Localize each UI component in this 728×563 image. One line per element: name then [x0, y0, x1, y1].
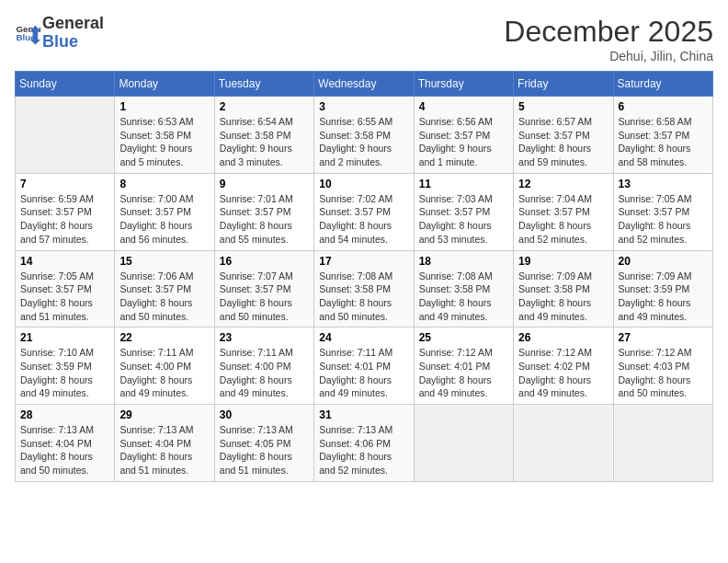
- calendar-cell: 31Sunrise: 7:13 AM Sunset: 4:06 PM Dayli…: [314, 405, 414, 482]
- calendar-cell: 19Sunrise: 7:09 AM Sunset: 3:58 PM Dayli…: [514, 250, 613, 327]
- calendar-week-1: 1Sunrise: 6:53 AM Sunset: 3:58 PM Daylig…: [16, 97, 713, 174]
- calendar-cell: 21Sunrise: 7:10 AM Sunset: 3:59 PM Dayli…: [16, 327, 115, 405]
- day-info: Sunrise: 6:54 AM Sunset: 3:58 PM Dayligh…: [220, 115, 309, 169]
- calendar-week-4: 21Sunrise: 7:10 AM Sunset: 3:59 PM Dayli…: [16, 327, 713, 405]
- calendar-cell: 6Sunrise: 6:58 AM Sunset: 3:57 PM Daylig…: [613, 97, 712, 174]
- day-number: 28: [20, 408, 109, 421]
- day-info: Sunrise: 7:11 AM Sunset: 4:00 PM Dayligh…: [119, 346, 209, 400]
- month-title: December 2025: [504, 15, 713, 49]
- calendar-cell: 15Sunrise: 7:06 AM Sunset: 3:57 PM Dayli…: [115, 250, 214, 327]
- day-number: 10: [319, 178, 408, 190]
- calendar-cell: 12Sunrise: 7:04 AM Sunset: 3:57 PM Dayli…: [514, 173, 613, 250]
- day-info: Sunrise: 7:01 AM Sunset: 3:57 PM Dayligh…: [220, 192, 309, 247]
- day-number: 22: [119, 331, 209, 344]
- logo-line1: General: [42, 15, 104, 33]
- day-number: 5: [518, 100, 608, 113]
- calendar-cell: 16Sunrise: 7:07 AM Sunset: 3:57 PM Dayli…: [214, 250, 313, 327]
- calendar-cell: 10Sunrise: 7:02 AM Sunset: 3:57 PM Dayli…: [314, 173, 414, 250]
- day-number: 1: [119, 100, 209, 113]
- calendar-cell: 4Sunrise: 6:56 AM Sunset: 3:57 PM Daylig…: [414, 97, 513, 174]
- day-number: 20: [619, 255, 708, 268]
- calendar-cell: 7Sunrise: 6:59 AM Sunset: 3:57 PM Daylig…: [16, 173, 115, 250]
- calendar-cell: 14Sunrise: 7:05 AM Sunset: 3:57 PM Dayli…: [16, 250, 115, 327]
- day-number: 7: [20, 178, 109, 190]
- calendar-week-2: 7Sunrise: 6:59 AM Sunset: 3:57 PM Daylig…: [16, 173, 713, 250]
- day-info: Sunrise: 7:13 AM Sunset: 4:05 PM Dayligh…: [220, 423, 309, 477]
- day-number: 2: [220, 100, 309, 113]
- weekday-header-monday: Monday: [115, 72, 214, 97]
- logo-text: General Blue: [42, 15, 104, 52]
- title-area: December 2025 Dehui, Jilin, China: [504, 15, 713, 63]
- calendar-cell: 26Sunrise: 7:12 AM Sunset: 4:02 PM Dayli…: [514, 327, 613, 405]
- calendar-cell: 9Sunrise: 7:01 AM Sunset: 3:57 PM Daylig…: [214, 173, 313, 250]
- day-info: Sunrise: 7:03 AM Sunset: 3:57 PM Dayligh…: [419, 192, 508, 247]
- day-info: Sunrise: 7:12 AM Sunset: 4:01 PM Dayligh…: [419, 346, 508, 400]
- calendar-cell: 20Sunrise: 7:09 AM Sunset: 3:59 PM Dayli…: [613, 250, 712, 327]
- day-number: 19: [518, 255, 608, 268]
- calendar-cell: 22Sunrise: 7:11 AM Sunset: 4:00 PM Dayli…: [115, 327, 214, 405]
- weekday-header-friday: Friday: [514, 72, 613, 97]
- calendar-cell: [514, 405, 613, 482]
- day-info: Sunrise: 7:11 AM Sunset: 4:01 PM Dayligh…: [319, 346, 408, 400]
- calendar-cell: 8Sunrise: 7:00 AM Sunset: 3:57 PM Daylig…: [115, 173, 214, 250]
- day-number: 18: [419, 255, 508, 268]
- calendar-week-5: 28Sunrise: 7:13 AM Sunset: 4:04 PM Dayli…: [16, 405, 713, 482]
- day-info: Sunrise: 6:56 AM Sunset: 3:57 PM Dayligh…: [419, 115, 508, 169]
- day-info: Sunrise: 6:59 AM Sunset: 3:57 PM Dayligh…: [20, 192, 109, 247]
- day-info: Sunrise: 7:13 AM Sunset: 4:04 PM Dayligh…: [119, 423, 209, 477]
- day-info: Sunrise: 7:04 AM Sunset: 3:57 PM Dayligh…: [518, 192, 608, 247]
- calendar-cell: 23Sunrise: 7:11 AM Sunset: 4:00 PM Dayli…: [214, 327, 313, 405]
- calendar-cell: [414, 405, 513, 482]
- day-number: 24: [319, 331, 408, 344]
- day-number: 6: [619, 100, 708, 113]
- day-info: Sunrise: 7:08 AM Sunset: 3:58 PM Dayligh…: [419, 270, 508, 324]
- day-info: Sunrise: 7:13 AM Sunset: 4:06 PM Dayligh…: [319, 423, 408, 477]
- day-number: 16: [220, 255, 309, 268]
- location-subtitle: Dehui, Jilin, China: [504, 49, 713, 63]
- day-number: 12: [518, 178, 608, 190]
- logo-line2: Blue: [42, 33, 104, 52]
- weekday-header-wednesday: Wednesday: [314, 72, 414, 97]
- logo-icon: General Blue: [15, 20, 40, 46]
- day-number: 9: [220, 178, 309, 190]
- day-info: Sunrise: 6:53 AM Sunset: 3:58 PM Dayligh…: [119, 115, 209, 169]
- calendar-cell: 5Sunrise: 6:57 AM Sunset: 3:57 PM Daylig…: [514, 97, 613, 174]
- day-info: Sunrise: 7:09 AM Sunset: 3:59 PM Dayligh…: [619, 270, 708, 324]
- calendar-cell: [613, 405, 712, 482]
- day-number: 3: [319, 100, 408, 113]
- weekday-header-row: SundayMondayTuesdayWednesdayThursdayFrid…: [16, 72, 713, 97]
- day-number: 13: [619, 178, 708, 190]
- weekday-header-saturday: Saturday: [613, 72, 712, 97]
- day-number: 30: [220, 408, 309, 421]
- day-info: Sunrise: 7:00 AM Sunset: 3:57 PM Dayligh…: [119, 192, 209, 247]
- day-info: Sunrise: 7:11 AM Sunset: 4:00 PM Dayligh…: [220, 346, 309, 400]
- day-number: 21: [20, 331, 109, 344]
- calendar-cell: 18Sunrise: 7:08 AM Sunset: 3:58 PM Dayli…: [414, 250, 513, 327]
- day-info: Sunrise: 7:12 AM Sunset: 4:02 PM Dayligh…: [518, 346, 608, 400]
- logo: General Blue General Blue: [15, 15, 104, 52]
- day-number: 23: [220, 331, 309, 344]
- calendar-cell: 2Sunrise: 6:54 AM Sunset: 3:58 PM Daylig…: [214, 97, 313, 174]
- calendar-cell: 28Sunrise: 7:13 AM Sunset: 4:04 PM Dayli…: [16, 405, 115, 482]
- calendar-cell: 17Sunrise: 7:08 AM Sunset: 3:58 PM Dayli…: [314, 250, 414, 327]
- calendar-cell: 24Sunrise: 7:11 AM Sunset: 4:01 PM Dayli…: [314, 327, 414, 405]
- calendar-cell: 29Sunrise: 7:13 AM Sunset: 4:04 PM Dayli…: [115, 405, 214, 482]
- page-header: General Blue General Blue December 2025 …: [15, 15, 713, 63]
- day-number: 25: [419, 331, 508, 344]
- day-info: Sunrise: 7:09 AM Sunset: 3:58 PM Dayligh…: [518, 270, 608, 324]
- calendar-cell: 30Sunrise: 7:13 AM Sunset: 4:05 PM Dayli…: [214, 405, 313, 482]
- day-info: Sunrise: 6:58 AM Sunset: 3:57 PM Dayligh…: [619, 115, 708, 169]
- day-info: Sunrise: 7:06 AM Sunset: 3:57 PM Dayligh…: [119, 270, 209, 324]
- calendar-cell: 3Sunrise: 6:55 AM Sunset: 3:58 PM Daylig…: [314, 97, 414, 174]
- calendar-cell: 1Sunrise: 6:53 AM Sunset: 3:58 PM Daylig…: [115, 97, 214, 174]
- day-info: Sunrise: 6:55 AM Sunset: 3:58 PM Dayligh…: [319, 115, 408, 169]
- calendar-cell: 11Sunrise: 7:03 AM Sunset: 3:57 PM Dayli…: [414, 173, 513, 250]
- day-number: 14: [20, 255, 109, 268]
- day-info: Sunrise: 7:02 AM Sunset: 3:57 PM Dayligh…: [319, 192, 408, 247]
- day-number: 29: [119, 408, 209, 421]
- weekday-header-thursday: Thursday: [414, 72, 513, 97]
- weekday-header-tuesday: Tuesday: [214, 72, 313, 97]
- day-info: Sunrise: 7:10 AM Sunset: 3:59 PM Dayligh…: [20, 346, 109, 400]
- calendar-cell: 27Sunrise: 7:12 AM Sunset: 4:03 PM Dayli…: [613, 327, 712, 405]
- day-number: 31: [319, 408, 408, 421]
